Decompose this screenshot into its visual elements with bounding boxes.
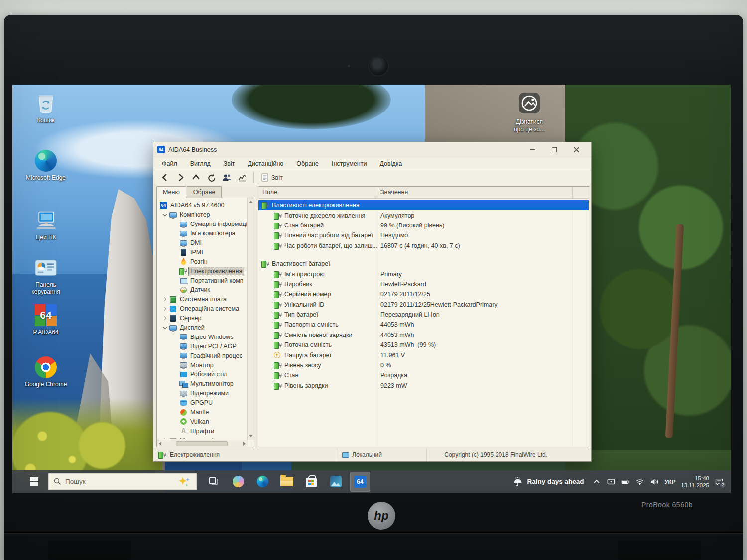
tree-item[interactable]: Шрифти [157,426,247,436]
taskbar-app-aida64[interactable]: 64 [350,472,370,492]
tree-item[interactable]: Vulkan [157,417,247,426]
tree-item[interactable]: Mantle [157,408,247,417]
chevron-right-icon[interactable] [161,296,169,303]
chevron-right-icon[interactable] [161,437,169,439]
maximize-button[interactable] [543,144,565,156]
grid-row[interactable]: Повний час роботи від батареїНевідомо [258,230,589,240]
tree-item[interactable]: Комп'ютер [157,210,247,220]
report-button[interactable]: Звіт [257,171,287,184]
menu-item[interactable]: Довідка [373,157,408,170]
grid-row[interactable]: Ємність повної зарядки44053 mWh [258,330,589,340]
tray-battery-icon[interactable] [621,477,630,486]
column-header-value[interactable]: Значення [380,189,408,196]
tray-volume-icon[interactable] [650,477,659,486]
tree-item[interactable]: GPGPU [157,398,247,408]
column-divider[interactable] [377,188,377,198]
tree-item[interactable]: Мультимонітор [157,379,247,389]
grid-row[interactable]: Паспортна ємність44053 mWh [258,320,589,330]
desktop-icon-this-pc[interactable]: Цей ПК [22,209,69,241]
chevron-down-icon[interactable] [161,324,169,332]
tree-item[interactable]: Ім'я комп'ютера [157,229,247,238]
taskbar-app-store[interactable] [301,472,321,492]
tray-chevron-up[interactable] [592,477,601,486]
up-button[interactable] [188,171,204,184]
grid-row[interactable]: СтанРозрядка [258,370,589,380]
tree-item[interactable]: Графічний процес [157,351,247,360]
taskbar-app-edge[interactable] [252,472,272,492]
grid-row[interactable]: Стан батарей99 % (Високий рівень) [258,221,589,230]
grid-row[interactable]: Час роботи батареї, що залиш...16807 с (… [258,241,589,251]
desktop-icon-chrome[interactable]: Google Chrome [22,356,69,388]
menu-item[interactable]: Обране [290,157,325,170]
chevron-right-icon[interactable] [161,315,169,322]
tree-item[interactable]: Електроживлення [157,266,247,276]
scroll-left-arrow[interactable] [159,442,161,446]
scroll-down-arrow[interactable] [249,435,253,437]
minimize-button[interactable] [521,144,543,156]
tree-item[interactable]: Розгін [157,257,247,266]
refresh-button[interactable] [204,171,219,184]
tree-item[interactable]: Відеорежими [157,389,247,398]
tree-item[interactable]: 64AIDA64 v5.97.4600 [157,201,247,210]
grid-section-row[interactable]: Властивості батареї [258,259,589,269]
tree-item[interactable]: Сумарна інформаці [157,220,247,229]
tab-inactive[interactable]: Обране [187,186,222,198]
grid-row[interactable]: Рівень зарядки9223 mW [258,381,589,391]
grid-row[interactable]: Тип батареїПерезарядний Li-Ion [258,310,589,320]
forward-button[interactable] [173,171,188,184]
scroll-right-arrow[interactable] [243,442,246,446]
scrollbar-thumb[interactable] [176,441,228,446]
chevron-down-icon[interactable] [161,211,169,219]
tree-item[interactable]: Монітор [157,360,247,370]
grid-row[interactable]: Поточна ємність43513 mWh (99 %) [258,340,589,350]
tree-item[interactable]: Системна плата [157,295,247,304]
spotlight-learn-more[interactable]: Дізнатися про це зо... [505,92,553,133]
grid-row[interactable]: Серійний номер02179 2011/12/25 [258,289,589,299]
tree-item[interactable]: Сервер [157,314,247,323]
search-box[interactable]: Пошук [48,473,197,490]
tab-active[interactable]: Меню [156,186,186,198]
tree-item[interactable]: Датчик [157,285,247,295]
grid-row[interactable]: ВиробникHewlett-Packard [258,279,589,289]
taskbar-app-task-view[interactable] [204,472,224,492]
grid-row[interactable]: Ім'я пристроюPrimary [258,269,589,279]
tray-wifi-icon[interactable] [635,477,644,486]
desktop-icon-recycle-bin[interactable]: Кошик [22,92,69,124]
menu-item[interactable]: Дистанційно [241,157,290,170]
tree-item[interactable]: Портативний комп [157,276,247,285]
scroll-up-arrow[interactable] [249,201,253,203]
clock[interactable]: 15:40 13.11.2025 [681,475,709,489]
tree-item[interactable]: Робочий стіл [157,370,247,379]
column-header-field[interactable]: Поле [262,189,277,196]
title-bar[interactable]: 64 AIDA64 Business [153,142,591,157]
start-button[interactable] [26,474,41,489]
desktop-icon-edge[interactable]: Microsoft Edge [22,149,69,181]
menu-item[interactable]: Вигляд [184,157,217,170]
tree-item[interactable]: Відео Windows [157,332,247,341]
tray-device-icon[interactable] [607,477,616,486]
tree-horizontal-scrollbar[interactable] [157,440,248,447]
tree-item[interactable]: Мультимедіа [157,436,247,439]
menu-item[interactable]: Звіт [217,157,242,170]
grid-row[interactable]: Унікальний ID02179 2011/12/25Hewlett-Pac… [258,300,589,310]
grid-section-row[interactable]: Властивості електроживлення [258,200,589,210]
remote-users-button[interactable] [219,171,235,184]
grid-row[interactable]: Поточне джерело живленняАкумулятор [258,210,589,220]
tree-vertical-scrollbar[interactable] [247,198,254,440]
menu-item[interactable]: Файл [155,157,184,170]
notification-center[interactable]: 2 [715,477,724,486]
tree-item[interactable]: IPMI [157,247,247,257]
taskbar-app-copilot[interactable] [228,472,248,492]
taskbar-app-file-explorer[interactable] [277,472,297,492]
chart-button[interactable] [235,171,250,184]
tree-item[interactable]: Відео PCI / AGP [157,341,247,351]
desktop-icon-aida64[interactable]: 64P.AIDA64 [22,304,69,336]
tree-item[interactable]: DMI [157,238,247,248]
chevron-right-icon[interactable] [161,305,169,313]
taskbar-app-photos[interactable] [326,472,346,492]
tree-item[interactable]: Дисплей [157,323,247,333]
language-indicator[interactable]: УКР [664,479,675,485]
weather-widget[interactable]: Rainy days ahead [513,477,584,487]
desktop-icon-control-panel[interactable]: Панель керування [22,256,69,295]
grid-row[interactable]: Рівень зносу0 % [258,360,589,370]
